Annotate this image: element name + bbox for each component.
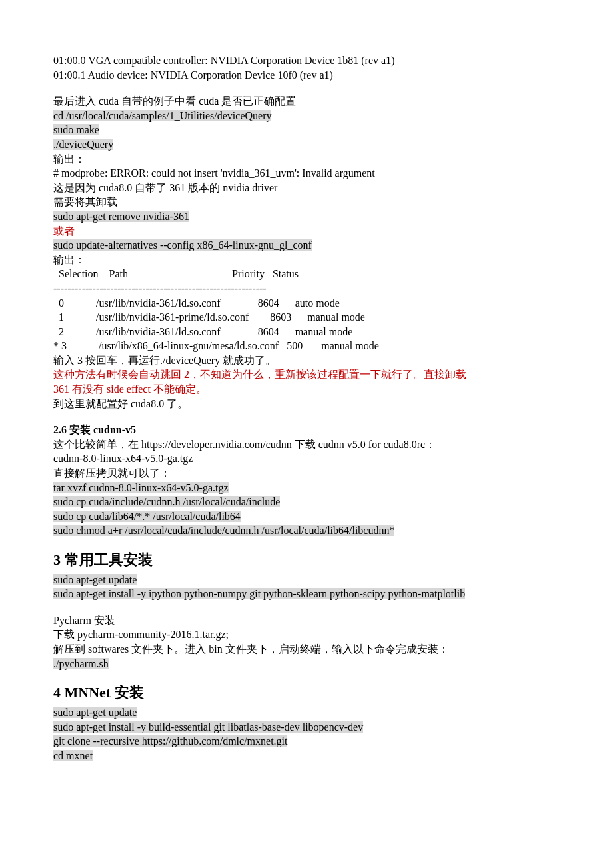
instr-select-3: 输入 3 按回车，再运行./deviceQuery 就成功了。 xyxy=(53,353,560,368)
cmd-cd-mxnet: cd mxnet xyxy=(53,749,560,763)
cmd-remove-nvidia: sudo apt-get remove nvidia-361 xyxy=(53,209,560,224)
cmd-pycharm-sh: ./pycharm.sh xyxy=(53,657,560,671)
reason-line-1: 这是因为 cuda8.0 自带了 361 版本的 nvidia driver xyxy=(53,181,560,195)
tools-heading: 3 常用工具安装 xyxy=(53,550,560,570)
cmd-apt-update-2: sudo apt-get update xyxy=(53,705,560,720)
cuda-done: 到这里就配置好 cuda8.0 了。 xyxy=(53,397,560,411)
cudnn-filename: cudnn-8.0-linux-x64-v5.0-ga.tgz xyxy=(53,451,560,466)
cmd-apt-install-py: sudo apt-get install -y ipython python-n… xyxy=(53,587,560,601)
or-label: 或者 xyxy=(53,224,560,239)
warn-line-2: 361 有没有 side effect 不能确定。 xyxy=(53,382,560,397)
cudnn-desc-2: 直接解压拷贝就可以了： xyxy=(53,466,560,481)
cmd-apt-install-build: sudo apt-get install -y build-essential … xyxy=(53,720,560,735)
alt-row-1: 1 /usr/lib/nvidia-361-prime/ld.so.conf 8… xyxy=(53,310,560,325)
pycharm-heading: Pycharm 安装 xyxy=(53,613,560,628)
pycharm-extract: 解压到 softwares 文件夹下。进入 bin 文件夹下，启动终端，输入以下… xyxy=(53,642,560,657)
modprobe-error: # modprobe: ERROR: could not insert 'nvi… xyxy=(53,166,560,181)
cmd-sudo-make: sudo make xyxy=(53,123,560,137)
cudnn-desc-1: 这个比较简单，在 https://developer.nvidia.com/cu… xyxy=(53,437,560,452)
lspci-line-2: 01:00.1 Audio device: NVIDIA Corporation… xyxy=(53,68,560,83)
alt-row-3: * 3 /usr/lib/x86_64-linux-gnu/mesa/ld.so… xyxy=(53,339,560,353)
lspci-line-1: 01:00.0 VGA compatible controller: NVIDI… xyxy=(53,53,560,68)
cmd-update-alternatives: sudo update-alternatives --config x86_64… xyxy=(53,238,560,253)
alt-row-2: 2 /usr/lib/nvidia-361/ld.so.conf 8604 ma… xyxy=(53,325,560,339)
warn-line-1: 这种方法有时候会自动跳回 2，不知道为什么，重新按该过程配置一下就行了。直接卸载 xyxy=(53,367,560,382)
cuda-check-note: 最后进入 cuda 自带的例子中看 cuda 是否已正确配置 xyxy=(53,94,560,109)
output-label-2: 输出： xyxy=(53,253,560,267)
alt-table-sep: ----------------------------------------… xyxy=(53,281,560,296)
alt-row-0: 0 /usr/lib/nvidia-361/ld.so.conf 8604 au… xyxy=(53,296,560,311)
cmd-apt-update-1: sudo apt-get update xyxy=(53,573,560,587)
cmd-tar-cudnn: tar xvzf cudnn-8.0-linux-x64-v5.0-ga.tgz xyxy=(53,481,560,495)
pycharm-download: 下载 pycharm-community-2016.1.tar.gz; xyxy=(53,627,560,642)
reason-line-2: 需要将其卸载 xyxy=(53,195,560,209)
cmd-chmod-cudnn: sudo chmod a+r /usr/local/cuda/include/c… xyxy=(53,523,560,538)
cmd-devicequery: ./deviceQuery xyxy=(53,137,560,152)
cmd-cp-lib64: sudo cp cuda/lib64/*.* /usr/local/cuda/l… xyxy=(53,509,560,524)
output-label: 输出： xyxy=(53,152,560,167)
cmd-git-clone-mxnet: git clone --recursive https://github.com… xyxy=(53,734,560,749)
cudnn-heading: 2.6 安装 cudnn-v5 xyxy=(53,423,560,437)
mxnet-heading: 4 MNNet 安装 xyxy=(53,683,560,703)
cmd-cd-samples: cd /usr/local/cuda/samples/1_Utilities/d… xyxy=(53,109,560,123)
alt-table-header: Selection Path Priority Status xyxy=(53,267,560,281)
cmd-cp-include: sudo cp cuda/include/cudnn.h /usr/local/… xyxy=(53,495,560,509)
